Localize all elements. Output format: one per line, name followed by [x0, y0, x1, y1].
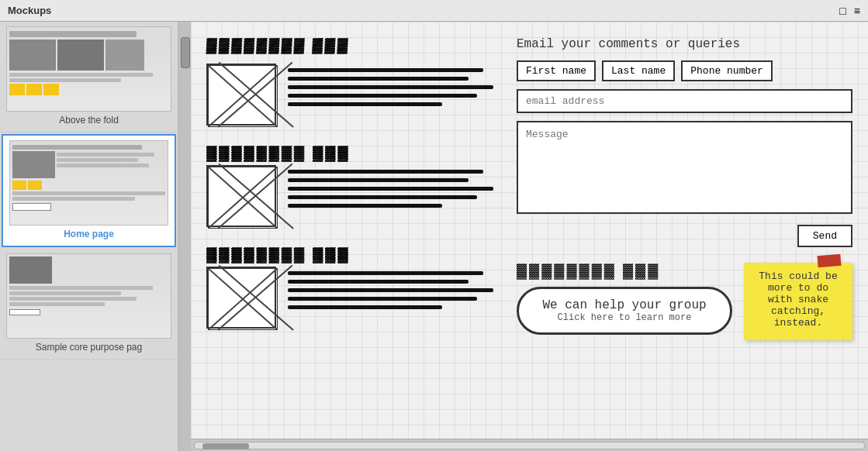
sidebar-item-home-page[interactable]: Home page	[2, 134, 176, 247]
main-layout: Above the fold	[0, 22, 868, 451]
bottom-sketch-heading: ▓▓▓▓▓▓▓▓ ▓▓▓	[517, 263, 660, 279]
phone-number-field[interactable]: Phone number	[681, 60, 773, 81]
mockup-row-1	[206, 64, 493, 126]
sticky-note-text: This could be more to do with snake catc…	[759, 270, 837, 329]
help-button-sub: Click here to learn more	[538, 312, 711, 323]
thumbnail-sample-core	[6, 253, 171, 339]
canvas-content: ▓▓▓▓▓▓▓▓ ▓▓▓	[191, 22, 868, 439]
scroll-thumb[interactable]	[202, 443, 249, 449]
first-name-field[interactable]: First name	[517, 60, 596, 81]
sidebar-scrollbar[interactable]	[178, 22, 191, 451]
text-block-2	[288, 165, 493, 212]
image-placeholder-3	[206, 267, 276, 329]
scroll-track[interactable]	[194, 442, 865, 449]
sidebar-item-above-the-fold[interactable]: Above the fold	[0, 22, 178, 133]
text-block-1	[288, 64, 493, 111]
sidebar: Above the fold	[0, 22, 178, 451]
sidebar-scroll-thumb[interactable]	[181, 37, 190, 68]
canvas-area: ▓▓▓▓▓▓▓▓ ▓▓▓	[191, 22, 868, 451]
mockup-row-3	[206, 267, 493, 329]
form-section: Email your comments or queries First nam…	[517, 37, 852, 340]
image-placeholder-2	[206, 165, 276, 227]
help-button[interactable]: We can help your group Click here to lea…	[517, 287, 732, 335]
thumbnail-above-the-fold	[6, 26, 171, 112]
mockup-row-2	[206, 165, 493, 227]
sticky-note: This could be more to do with snake catc…	[744, 263, 852, 340]
mockup-left-column: ▓▓▓▓▓▓▓▓ ▓▓▓	[206, 37, 493, 423]
sidebar-item-sample-core[interactable]: Sample core purpose pag	[0, 249, 178, 360]
email-input[interactable]	[517, 89, 852, 113]
bottom-area: ▓▓▓▓▓▓▓▓ ▓▓▓ We can help your group Clic…	[517, 263, 852, 340]
window-icon-square[interactable]: □	[839, 5, 846, 17]
text-block-3	[288, 267, 493, 314]
sketch-heading-3: ▓▓▓▓▓▓▓▓ ▓▓▓	[206, 246, 350, 263]
app-title: Mockups	[8, 5, 832, 16]
help-button-title: We can help your group	[538, 298, 711, 312]
mockup-right-column: Email your comments or queries First nam…	[517, 37, 852, 423]
message-textarea[interactable]	[517, 121, 852, 214]
last-name-field[interactable]: Last name	[602, 60, 675, 81]
form-name-row: First name Last name Phone number	[517, 60, 852, 81]
thumbnail-home-page	[9, 140, 168, 226]
top-bar: Mockups □ ≡	[0, 0, 868, 22]
sidebar-label-above-the-fold: Above the fold	[6, 112, 171, 127]
window-icon-menu[interactable]: ≡	[854, 5, 860, 17]
form-title: Email your comments or queries	[517, 37, 852, 51]
sketch-heading-2: ▓▓▓▓▓▓▓▓ ▓▓▓	[206, 145, 350, 161]
send-button[interactable]: Send	[797, 225, 852, 247]
sidebar-label-sample-core: Sample core purpose pag	[6, 339, 171, 354]
sidebar-label-home-page: Home page	[9, 226, 168, 241]
sketch-heading-1: ▓▓▓▓▓▓▓▓ ▓▓▓	[206, 37, 350, 53]
image-placeholder-1	[206, 64, 276, 126]
horizontal-scrollbar[interactable]	[191, 439, 868, 451]
